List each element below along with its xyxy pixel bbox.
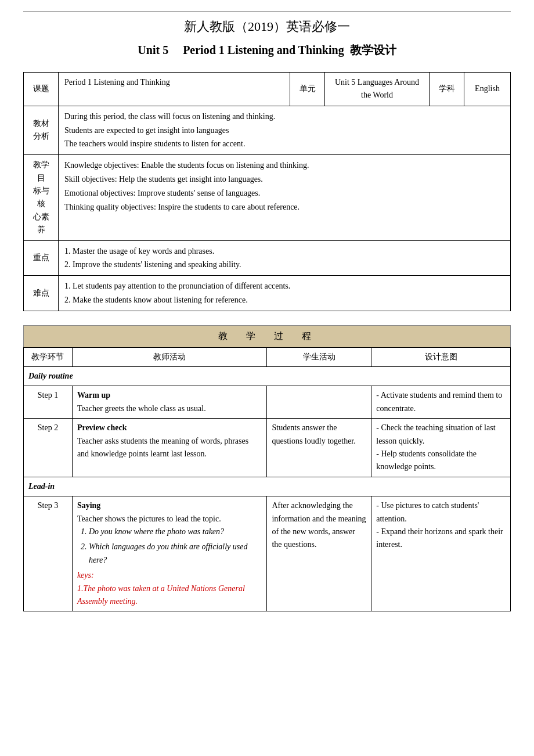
analysis-label: 教材 分析 — [24, 106, 59, 154]
step3-student: After acknowledging the information and … — [267, 496, 371, 611]
difficulty-content: 1. Let students pay attention to the pro… — [59, 276, 511, 311]
objectives-row: 教学目 标与核 心素养 Knowledge objectives: Enable… — [24, 155, 511, 240]
obj-line-2: Skill objectives: Help the students get … — [64, 172, 504, 186]
step3-teacher-title: Saying — [77, 499, 262, 512]
section-leadin-header: Lead-in — [24, 477, 511, 496]
obj-line-4: Thinking quality objectives: Inspire the… — [64, 200, 504, 214]
analysis-line-1: During this period, the class will focus… — [64, 110, 504, 124]
question-1: Do you know where the photo was taken? — [89, 525, 262, 538]
key-point-1: 1. Master the usage of key words and phr… — [64, 244, 504, 258]
col-header-teacher: 教师活动 — [72, 347, 267, 366]
difficulty-1: 1. Let students pay attention to the pro… — [64, 279, 504, 293]
step3-questions: Do you know where the photo was taken? W… — [89, 525, 262, 567]
step1-teacher: Warm up Teacher greets the whole class a… — [72, 386, 267, 419]
process-section: 教 学 过 程 教学环节 教师活动 学生活动 设计意图 Daily routin… — [23, 325, 511, 612]
step3-label: Step 3 — [24, 496, 73, 611]
step2-teacher-title: Preview check — [77, 422, 262, 434]
step1-student — [267, 386, 371, 419]
col-header-env: 教学环节 — [24, 347, 73, 366]
step2-row: Step 2 Preview check Teacher asks studen… — [24, 419, 511, 477]
step2-student: Students answer the questions loudly tog… — [267, 419, 371, 477]
step3-teacher-intro: Teacher shows the pictures to lead the t… — [77, 513, 262, 525]
col-header-student: 学生活动 — [267, 347, 371, 366]
step2-design: - Check the teaching situation of last l… — [371, 419, 511, 477]
obj-line-3: Emotional objectives: Improve students' … — [64, 186, 504, 200]
step3-keys-label: keys: — [77, 569, 262, 582]
subject-value: English — [464, 73, 511, 106]
process-table: 教学环节 教师活动 学生活动 设计意图 Daily routine Step 1… — [23, 347, 511, 612]
course-label: 课题 — [24, 73, 59, 106]
key-points-label: 重点 — [24, 240, 59, 276]
step2-label: Step 2 — [24, 419, 73, 477]
step1-teacher-title: Warm up — [77, 389, 262, 402]
step1-design: - Activate students and remind them to c… — [371, 386, 511, 419]
analysis-line-2: Students are expected to get insight int… — [64, 124, 504, 138]
leadin-section-label: Lead-in — [24, 477, 511, 496]
daily-section-label: Daily routine — [24, 367, 511, 386]
step1-row: Step 1 Warm up Teacher greets the whole … — [24, 386, 511, 419]
difficulty-label: 难点 — [24, 276, 59, 311]
key-point-2: 2. Improve the students' listening and s… — [64, 258, 504, 272]
course-value: Period 1 Listening and Thinking — [59, 73, 290, 106]
objectives-label: 教学目 标与核 心素养 — [24, 155, 59, 240]
key-points-row: 重点 1. Master the usage of key words and … — [24, 240, 511, 276]
step2-teacher-body: Teacher asks students the meaning of wor… — [77, 435, 262, 461]
analysis-content: During this period, the class will focus… — [59, 106, 511, 154]
step3-keys-content: 1.The photo was taken at a United Nation… — [77, 582, 262, 609]
period-label: Period 1 Listening and Thinking — [183, 44, 344, 56]
step1-teacher-body: Teacher greets the whole class as usual. — [77, 402, 262, 415]
process-col-headers: 教学环节 教师活动 学生活动 设计意图 — [24, 347, 511, 366]
top-divider — [23, 12, 511, 12]
difficulty-row: 难点 1. Let students pay attention to the … — [24, 276, 511, 311]
step3-design: - Use pictures to catch students' attent… — [371, 496, 511, 611]
question-2: Which languages do you think are officia… — [89, 541, 262, 567]
obj-line-1: Knowledge objectives: Enable the student… — [64, 159, 504, 172]
design-label: 教学设计 — [350, 44, 396, 56]
unit-label: Unit 5 — [138, 44, 168, 56]
step2-teacher: Preview check Teacher asks students the … — [72, 419, 267, 477]
process-header: 教 学 过 程 — [23, 325, 511, 347]
unit-value: Unit 5 Languages Around the World — [325, 73, 430, 106]
course-row: 课题 Period 1 Listening and Thinking 单元 Un… — [24, 73, 511, 106]
analysis-line-3: The teachers would inspire students to l… — [64, 137, 504, 151]
section-daily-header: Daily routine — [24, 367, 511, 386]
step1-label: Step 1 — [24, 386, 73, 419]
difficulty-2: 2. Make the students know about listenin… — [64, 293, 504, 307]
subject-label: 学科 — [430, 73, 464, 106]
objectives-content: Knowledge objectives: Enable the student… — [59, 155, 511, 240]
col-header-design: 设计意图 — [371, 347, 511, 366]
step3-row: Step 3 Saying Teacher shows the pictures… — [24, 496, 511, 611]
main-title: 新人教版（2019）英语必修一 — [23, 18, 511, 35]
sub-title: Unit 5 Period 1 Listening and Thinking 教… — [23, 42, 511, 58]
key-points-content: 1. Master the usage of key words and phr… — [59, 240, 511, 276]
info-table: 课题 Period 1 Listening and Thinking 单元 Un… — [23, 72, 511, 311]
step3-teacher: Saying Teacher shows the pictures to lea… — [72, 496, 267, 611]
unit-key-label: 单元 — [290, 73, 325, 106]
analysis-row: 教材 分析 During this period, the class will… — [24, 106, 511, 154]
